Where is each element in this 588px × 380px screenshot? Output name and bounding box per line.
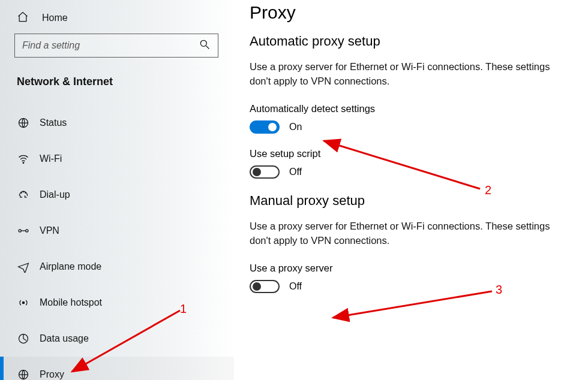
home-nav[interactable]: Home: [0, 6, 234, 34]
detect-toggle[interactable]: [250, 120, 280, 134]
wifi-icon: [17, 153, 30, 165]
sidebar-item-datausage[interactable]: Data usage: [0, 321, 234, 357]
airplane-icon: [17, 261, 30, 273]
detect-label: Automatically detect settings: [250, 103, 571, 114]
annotation-label-3: 3: [496, 283, 502, 297]
home-label: Home: [42, 13, 68, 23]
sidebar-item-label: VPN: [40, 225, 59, 236]
search-input[interactable]: [22, 40, 192, 51]
content-pane: Proxy Automatic proxy setup Use a proxy …: [234, 0, 588, 380]
sidebar-item-hotspot[interactable]: Mobile hotspot: [0, 285, 234, 321]
use-proxy-label: Use a proxy server: [250, 263, 571, 274]
sidebar-item-vpn[interactable]: VPN: [0, 213, 234, 249]
use-proxy-state: Off: [289, 281, 302, 292]
sidebar-item-airplane[interactable]: Airplane mode: [0, 249, 234, 285]
auto-heading: Automatic proxy setup: [250, 34, 571, 49]
script-state: Off: [289, 167, 302, 177]
search-icon: [199, 38, 211, 53]
data-icon: [17, 333, 30, 345]
sidebar-item-wifi[interactable]: Wi-Fi: [0, 141, 234, 177]
vpn-icon: [17, 225, 30, 237]
globe-icon: [17, 117, 30, 129]
sidebar-item-label: Airplane mode: [40, 261, 101, 272]
dialup-icon: [17, 189, 30, 201]
svg-point-0: [200, 40, 206, 46]
sidebar-item-label: Mobile hotspot: [40, 297, 102, 308]
sidebar-item-label: Dial-up: [40, 189, 70, 200]
sidebar-item-label: Status: [40, 117, 67, 128]
search-box[interactable]: [14, 34, 218, 58]
script-toggle[interactable]: [250, 165, 280, 179]
page-title: Proxy: [250, 2, 571, 23]
svg-point-3: [23, 162, 24, 164]
manual-heading: Manual proxy setup: [250, 193, 571, 209]
manual-desc: Use a proxy server for Ethernet or Wi-Fi…: [250, 219, 568, 248]
script-label: Use setup script: [250, 148, 571, 159]
annotation-label-1: 1: [180, 302, 187, 316]
section-header: Network & Internet: [0, 71, 234, 94]
sidebar-item-dialup[interactable]: Dial-up: [0, 177, 234, 213]
sidebar-item-status[interactable]: Status: [0, 105, 234, 141]
sidebar-item-proxy[interactable]: Proxy: [0, 357, 234, 380]
use-proxy-toggle[interactable]: [250, 280, 280, 293]
svg-line-1: [206, 46, 209, 49]
svg-point-6: [25, 192, 26, 193]
hotspot-icon: [17, 297, 30, 309]
annotation-label-2: 2: [485, 183, 491, 197]
svg-point-9: [22, 301, 24, 303]
proxy-icon: [17, 369, 30, 380]
svg-point-8: [26, 230, 28, 232]
nav-list: Status Wi-Fi Dial-up VPN: [0, 105, 234, 380]
svg-point-7: [19, 230, 21, 232]
home-icon: [17, 11, 29, 25]
settings-sidebar: Home Network & Internet Status: [0, 0, 234, 380]
detect-state: On: [289, 122, 302, 132]
sidebar-item-label: Proxy: [40, 369, 64, 380]
svg-point-5: [23, 192, 24, 192]
svg-point-4: [21, 192, 22, 193]
sidebar-item-label: Data usage: [40, 333, 89, 344]
auto-desc: Use a proxy server for Ethernet or Wi-Fi…: [250, 60, 568, 89]
sidebar-item-label: Wi-Fi: [40, 153, 62, 164]
